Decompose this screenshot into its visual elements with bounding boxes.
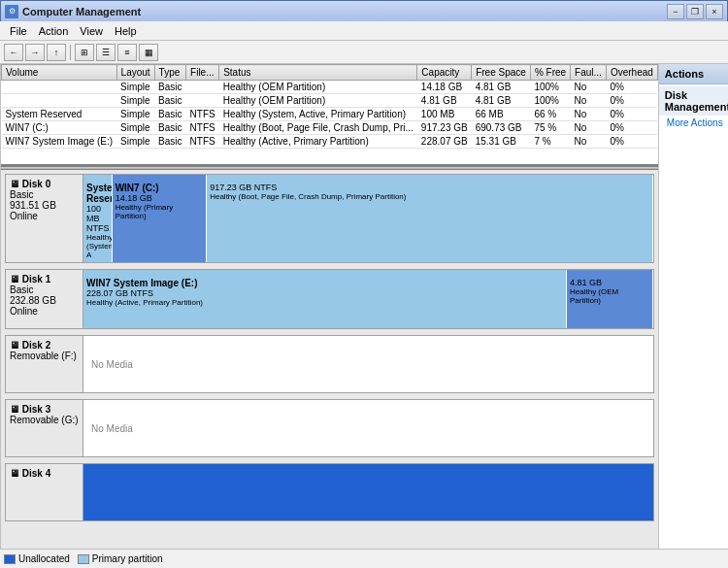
col-free[interactable]: Free Space	[472, 65, 531, 81]
partition-container: No Media	[83, 336, 653, 392]
legend-unallocated: Unallocated	[4, 553, 70, 564]
cell-overhead: 0%	[606, 108, 657, 121]
view-btn-2[interactable]: ☰	[96, 44, 116, 61]
cell-pct: 7 %	[530, 135, 570, 149]
cell-overhead: 0%	[606, 121, 657, 135]
cell-status: Healthy (Boot, Page File, Crash Dump, Pr…	[219, 121, 417, 135]
menu-action[interactable]: Action	[33, 24, 75, 38]
legend-primary-box	[78, 554, 89, 564]
legend-primary-label: Primary partition	[92, 553, 163, 564]
table-row[interactable]: System Reserved Simple Basic NTFS Health…	[2, 108, 658, 121]
cell-fs	[186, 94, 219, 108]
partition-size: 917.23 GB NTFS	[210, 183, 649, 192]
title-bar-text: Computer Management	[22, 6, 667, 17]
disk-row: 🖥 Disk 0 Basic 931.51 GB OnlineSystem Re…	[5, 174, 654, 263]
partition[interactable]: WIN7 (C:) 14.18 GB Healthy (Primary Part…	[113, 175, 208, 262]
cell-free: 4.81 GB	[472, 81, 531, 94]
cell-layout: Simple	[116, 135, 154, 149]
cell-free: 690.73 GB	[472, 121, 531, 135]
view-btn-4[interactable]: ▦	[139, 44, 158, 61]
col-capacity[interactable]: Capacity	[417, 65, 472, 81]
close-button[interactable]: ×	[706, 4, 723, 19]
partition-size: 100 MB NTFS	[86, 204, 109, 233]
cell-free: 66 MB	[472, 108, 531, 121]
table-row[interactable]: Simple Basic Healthy (OEM Partition) 14.…	[2, 81, 658, 94]
view-btn-1[interactable]: ⊞	[75, 44, 94, 61]
restore-button[interactable]: ❐	[686, 4, 704, 19]
cell-pct: 100%	[530, 94, 570, 108]
legend-unallocated-box	[4, 554, 16, 564]
actions-section: Disk Management ▲ More Actions ▶	[659, 84, 728, 132]
table-row[interactable]: WIN7 System Image (E:) Simple Basic NTFS…	[2, 135, 658, 149]
cell-layout: Simple	[116, 121, 154, 135]
col-status[interactable]: Status	[219, 65, 417, 81]
cell-overhead: 0%	[606, 94, 657, 108]
disk-mgmt-label: Disk Management	[665, 89, 728, 113]
table-row[interactable]: WIN7 (C:) Simple Basic NTFS Healthy (Boo…	[2, 121, 658, 135]
disk-type: Removable (F:)	[10, 351, 79, 361]
disk-status: Online	[10, 211, 79, 221]
partition-title: WIN7 System Image (E:)	[86, 278, 563, 288]
cell-status: Healthy (System, Active, Primary Partiti…	[219, 108, 417, 121]
actions-section-disk-mgmt[interactable]: Disk Management ▲	[659, 86, 728, 116]
col-type[interactable]: Type	[154, 65, 185, 81]
disk-id: 🖥 Disk 4	[10, 468, 79, 479]
col-overhead[interactable]: Overhead	[606, 65, 657, 81]
disk-id: 🖥 Disk 0	[10, 179, 79, 189]
col-fs[interactable]: File...	[186, 65, 219, 81]
cell-fs	[186, 81, 219, 94]
partition-size: 14.18 GB	[116, 193, 204, 203]
cell-capacity: 4.81 GB	[417, 94, 472, 108]
cell-pct: 100%	[530, 81, 570, 94]
partition[interactable]: WIN7 System Image (E:) 228.07 GB NTFS He…	[83, 270, 567, 328]
cell-pct: 75 %	[530, 121, 570, 135]
table-row[interactable]: Simple Basic Healthy (OEM Partition) 4.8…	[2, 94, 658, 108]
menu-help[interactable]: Help	[109, 24, 143, 38]
title-bar-buttons: − ❐ ×	[667, 4, 723, 19]
cell-fault: No	[571, 121, 607, 135]
unallocated-space[interactable]	[83, 464, 653, 520]
cell-type: Basic	[154, 94, 185, 108]
forward-button[interactable]: →	[25, 44, 45, 61]
disk-graph-area[interactable]: 🖥 Disk 0 Basic 931.51 GB OnlineSystem Re…	[1, 170, 658, 549]
cell-volume: WIN7 (C:)	[2, 121, 117, 135]
cell-fs: NTFS	[186, 121, 219, 135]
view-btn-3[interactable]: ≡	[117, 44, 137, 61]
disk-type: Basic	[10, 189, 79, 200]
no-media-label: No Media	[83, 355, 141, 374]
more-actions-link[interactable]: More Actions ▶	[659, 116, 728, 130]
actions-panel: Actions Disk Management ▲ More Actions ▶	[658, 64, 728, 549]
actions-title: Actions	[659, 64, 728, 84]
cell-fault: No	[571, 81, 607, 94]
partition[interactable]: System Reserved 100 MB NTFS Healthy (Sys…	[83, 175, 113, 262]
partition-size: 228.07 GB NTFS	[86, 288, 563, 298]
menu-view[interactable]: View	[74, 24, 109, 38]
disk-label: 🖥 Disk 3 Removable (G:)	[6, 400, 83, 456]
cell-status: Healthy (Active, Primary Partition)	[219, 135, 417, 149]
cell-capacity: 228.07 GB	[417, 135, 472, 149]
partition[interactable]: 917.23 GB NTFS Healthy (Boot, Page File,…	[207, 175, 653, 262]
col-layout[interactable]: Layout	[116, 65, 154, 81]
title-bar: ⚙ Computer Management − ❐ ×	[0, 0, 728, 21]
minimize-button[interactable]: −	[667, 4, 684, 19]
partition-title: WIN7 (C:)	[116, 183, 204, 193]
partition[interactable]: 4.81 GB Healthy (OEM Partition)	[567, 270, 653, 328]
col-volume[interactable]: Volume	[2, 65, 117, 81]
back-button[interactable]: ←	[4, 44, 23, 61]
disk-label: 🖥 Disk 2 Removable (F:)	[6, 336, 83, 392]
menu-file[interactable]: File	[4, 24, 33, 38]
app-icon: ⚙	[5, 5, 18, 18]
cell-layout: Simple	[116, 81, 154, 94]
cell-type: Basic	[154, 121, 185, 135]
cell-type: Basic	[154, 81, 185, 94]
col-pct[interactable]: % Free	[530, 65, 570, 81]
cell-status: Healthy (OEM Partition)	[219, 94, 417, 108]
menu-bar: File Action View Help	[0, 21, 728, 41]
up-button[interactable]: ↑	[47, 44, 66, 61]
cell-volume	[2, 81, 117, 94]
col-fault[interactable]: Faul...	[571, 65, 607, 81]
no-media-label: No Media	[83, 419, 141, 438]
disk-id: 🖥 Disk 2	[10, 340, 79, 351]
partition-info: Healthy (Active, Primary Partition)	[86, 298, 563, 307]
disk-row: 🖥 Disk 1 Basic 232.88 GB OnlineWIN7 Syst…	[5, 269, 654, 329]
